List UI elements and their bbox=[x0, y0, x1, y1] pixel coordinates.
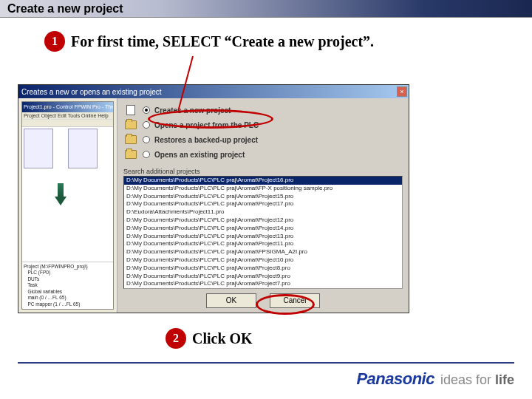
radio-icon[interactable] bbox=[143, 136, 150, 143]
radio-icon[interactable] bbox=[143, 151, 150, 158]
project-file-list[interactable]: D:\My Documents\Products\PLC\PLC praj\Ar… bbox=[123, 176, 403, 289]
tree-item: main (0 / …FL 65) bbox=[24, 295, 112, 301]
dialog-titlebar: Creates a new or opens an existing proje… bbox=[18, 85, 409, 98]
slide-title-band: Create a new project bbox=[0, 0, 532, 18]
project-dialog: Creates a new or opens an existing proje… bbox=[18, 84, 409, 313]
step-2: 2 Click OK bbox=[166, 328, 253, 349]
divider bbox=[18, 362, 514, 364]
step-2-badge: 2 bbox=[166, 328, 186, 349]
tree-item: Task bbox=[24, 282, 112, 288]
list-item[interactable]: D:\My Documents\Products\PLC\PLC praj\Ar… bbox=[124, 200, 402, 208]
list-item[interactable]: D:\My Documents\Products\PLC\PLC praj\Ar… bbox=[124, 177, 402, 185]
list-item[interactable]: D:\My Documents\Products\PLC\PLC praj\Ar… bbox=[124, 240, 402, 248]
list-item[interactable]: D:\My Documents\Products\PLC\PLC praj\Ar… bbox=[124, 185, 402, 193]
option-open-existing[interactable]: Opens an existing project bbox=[123, 147, 403, 162]
step-2-text: Click OK bbox=[192, 330, 253, 347]
option-from-plc[interactable]: Opens a project from the PLC bbox=[123, 117, 403, 132]
document-icon bbox=[126, 105, 135, 115]
option-label: Creates a new project bbox=[154, 106, 231, 115]
arrow-down-icon bbox=[55, 183, 66, 205]
option-label: Restores a backed-up project bbox=[154, 136, 258, 144]
search-projects-label: Search additional projects bbox=[123, 168, 403, 175]
list-item[interactable]: D:\My Documents\Products\PLC\PLC praj\Ar… bbox=[124, 233, 402, 241]
dialog-title-text: Creates a new or opens an existing proje… bbox=[21, 88, 162, 96]
step-1-badge: 1 bbox=[44, 31, 65, 52]
tree-item: PC mapper (1 / …FL 65) bbox=[24, 301, 112, 307]
preview-menu: Project Object Edit Tools Online Help bbox=[22, 112, 113, 120]
list-item[interactable]: D:\My Documents\Products\PLC\PLC praj\Ar… bbox=[124, 280, 402, 288]
radio-icon[interactable] bbox=[143, 106, 150, 114]
step-1: 1 For first time, SELECT “Create a new p… bbox=[44, 31, 374, 52]
folder-icon bbox=[125, 120, 137, 129]
tree-item: Global variables bbox=[24, 289, 112, 295]
list-item[interactable]: D:\My Documents\Products\PLC\PLC praj\Ar… bbox=[124, 256, 402, 265]
tree-item: PLC (FP0) bbox=[24, 270, 112, 276]
brand-area: Panasonic ideas for life bbox=[356, 369, 514, 389]
option-label: Opens a project from the PLC bbox=[154, 121, 259, 129]
list-item[interactable]: D:\My Documents\Products\PLC\PLC praj\Ar… bbox=[124, 273, 402, 281]
ok-button[interactable]: OK bbox=[206, 293, 256, 308]
brand-tagline: ideas for life bbox=[440, 372, 514, 388]
list-item[interactable]: D:\My Documents\Products\PLC\PLC praj\Ar… bbox=[124, 265, 402, 273]
folder-icon bbox=[125, 135, 137, 144]
preview-thumb bbox=[24, 129, 53, 168]
tree-item: DUTs bbox=[24, 276, 112, 282]
radio-icon[interactable] bbox=[143, 121, 150, 129]
step-1-text: For first time, SELECT “Create a new pro… bbox=[71, 33, 374, 50]
preview-tree: Project (M:\FPWINPRO_proj\) PLC (FP0) DU… bbox=[22, 262, 113, 309]
option-label: Opens an existing project bbox=[154, 151, 245, 159]
brand-logo: Panasonic bbox=[356, 369, 434, 389]
folder-icon bbox=[125, 150, 137, 159]
list-item[interactable]: D:\My Documents\Products\PLC\PLC praj\Ar… bbox=[124, 193, 402, 201]
tree-item: Project (M:\FPWINPRO_proj\) bbox=[24, 264, 112, 270]
close-icon[interactable]: × bbox=[397, 86, 407, 97]
preview-toolbar bbox=[22, 120, 113, 127]
preview-window-title: Project1.pro - Control FPWIN Pro - The I… bbox=[22, 102, 113, 112]
slide-title: Create a new project bbox=[7, 2, 123, 16]
list-item[interactable]: D:\My Documents\Products\PLC\PLC praj\Ar… bbox=[124, 216, 402, 225]
option-restore-backup[interactable]: Restores a backed-up project bbox=[123, 132, 403, 147]
cancel-button[interactable]: Cancel bbox=[270, 293, 320, 308]
list-item[interactable]: D:\My Documents\Products\PLC\PLC praj\Ar… bbox=[124, 225, 402, 233]
preview-thumb bbox=[68, 129, 98, 168]
dialog-preview-pane: Project1.pro - Control FPWIN Pro - The I… bbox=[18, 98, 117, 313]
preview-window: Project1.pro - Control FPWIN Pro - The I… bbox=[21, 101, 114, 310]
list-item[interactable]: D:\My Documents\Products\PLC\PLC praj\Ar… bbox=[124, 248, 402, 256]
list-item[interactable]: D:\Eudora\Attachments\Project11.pro bbox=[124, 208, 402, 216]
option-create-new[interactable]: Creates a new project bbox=[123, 103, 403, 117]
